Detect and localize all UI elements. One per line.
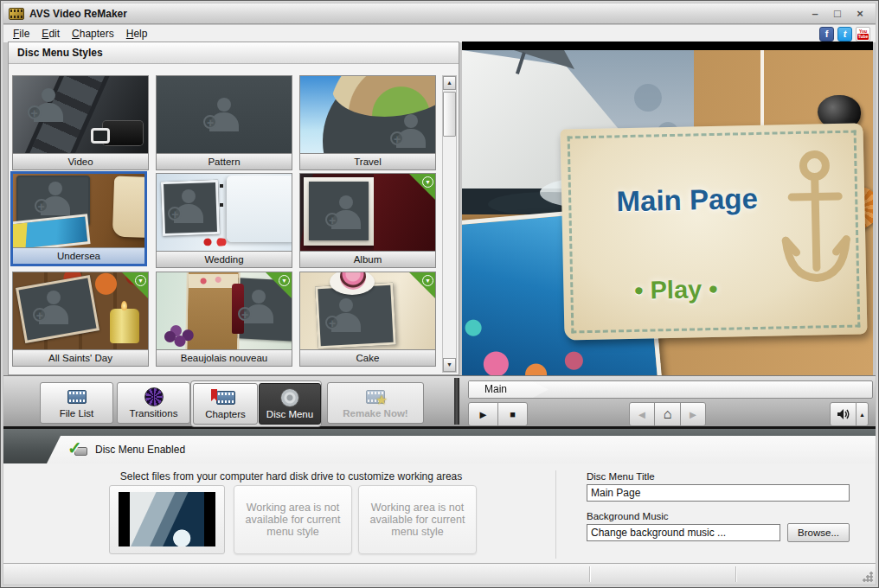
- style-label: Wedding: [157, 251, 292, 267]
- breadcrumb-bar: Main: [468, 380, 873, 399]
- style-item-pattern[interactable]: + ▼ Pattern: [156, 75, 292, 170]
- disc-menu-styles-panel: Disc Menu Styles + ▼ Video + ▼ Pattern: [8, 42, 459, 375]
- minimize-button[interactable]: –: [808, 7, 822, 21]
- style-thumbnail: + ▼: [13, 272, 148, 350]
- close-button[interactable]: ×: [853, 7, 867, 21]
- style-thumbnail: + ▼: [13, 76, 148, 154]
- menu-chapters[interactable]: Chapters: [66, 26, 120, 42]
- disc-menu-button[interactable]: Disc Menu: [259, 383, 321, 425]
- status-bar: [3, 563, 876, 585]
- download-badge: ▼: [409, 174, 435, 200]
- background-music-input[interactable]: [587, 524, 780, 541]
- style-item-undersea[interactable]: + ▼ Undersea: [10, 171, 147, 266]
- style-label: Pattern: [157, 153, 292, 169]
- home-page-button[interactable]: ⌂: [654, 402, 681, 426]
- toolbar-divider: [454, 378, 459, 425]
- download-badge: ▼: [409, 272, 435, 298]
- add-person-icon: +: [36, 180, 74, 218]
- disc-menu-icon: [279, 388, 300, 407]
- menu-card: Main Page • Play •: [560, 123, 867, 340]
- menu-bar: File Edit Chapters Help f t You Tube: [3, 25, 876, 42]
- instruction-text: Select files from your computer hard dis…: [55, 470, 527, 483]
- style-thumbnail: + ▼: [300, 174, 435, 252]
- scroll-up-icon[interactable]: ▲: [443, 76, 456, 90]
- status-divider: [589, 566, 590, 582]
- style-label: All Saints' Day: [13, 349, 148, 366]
- preview-play-item[interactable]: • Play •: [563, 273, 789, 306]
- menu-edit[interactable]: Edit: [35, 26, 66, 42]
- style-item-cake[interactable]: + ▼ Cake: [299, 272, 436, 367]
- next-page-button[interactable]: ►: [680, 402, 706, 426]
- breadcrumb-main[interactable]: Main: [469, 381, 549, 398]
- chapters-button[interactable]: Chapters: [193, 383, 258, 425]
- style-item-wedding[interactable]: + ▼ Wedding: [156, 173, 292, 268]
- download-badge: ▼: [122, 272, 148, 298]
- app-icon: [9, 8, 24, 20]
- working-area-2-unavailable: Working area is not available for curren…: [234, 485, 352, 554]
- browse-button[interactable]: Browse...: [787, 523, 850, 542]
- disc-menu-properties: Select files from your computer hard dis…: [3, 463, 876, 565]
- style-thumbnail: + ▼: [157, 272, 292, 350]
- main-toolbar: File List Transitions Chapters Disc Menu…: [3, 375, 876, 429]
- style-thumbnail: + ▼: [300, 272, 435, 350]
- scrollbar-thumb[interactable]: [443, 92, 456, 137]
- transitions-icon: [144, 387, 164, 406]
- working-area-1[interactable]: [109, 485, 225, 554]
- add-person-icon: +: [392, 112, 430, 150]
- previous-page-button[interactable]: ◄: [629, 402, 655, 426]
- twitter-icon[interactable]: t: [837, 27, 852, 42]
- menu-file[interactable]: File: [7, 26, 35, 42]
- working-area-video-thumbnail: [119, 492, 215, 546]
- anchor-icon: [777, 146, 855, 295]
- status-divider: [735, 566, 736, 582]
- style-item-travel[interactable]: + ▼ Travel: [299, 75, 436, 170]
- style-thumbnail: + ▼: [157, 174, 292, 252]
- style-label: Cake: [300, 349, 435, 366]
- add-person-icon: +: [205, 96, 243, 134]
- disc-menu-preview[interactable]: Main Page • Play •: [462, 42, 873, 375]
- style-item-album[interactable]: + ▼ Album: [299, 173, 436, 268]
- background-music-label: Background Music: [587, 511, 669, 521]
- add-person-icon: +: [327, 297, 365, 335]
- file-list-icon: [67, 387, 87, 406]
- styles-grid: + ▼ Video + ▼ Pattern + ▼ Travel: [11, 75, 441, 373]
- resize-grip[interactable]: [863, 572, 873, 582]
- volume-button[interactable]: [830, 402, 857, 426]
- add-person-icon: +: [35, 289, 73, 327]
- style-label: Album: [300, 251, 435, 267]
- style-item-all-saints-day[interactable]: + ▼ All Saints' Day: [12, 272, 149, 367]
- properties-divider: [555, 470, 556, 559]
- style-label: Beaujolais nouveau: [157, 349, 292, 366]
- add-person-icon: +: [29, 86, 67, 125]
- add-person-icon: +: [170, 188, 208, 226]
- panel-title: Disc Menu Styles: [9, 42, 459, 64]
- disc-menu-enabled-tab[interactable]: ✓ Disc Menu Enabled: [47, 436, 876, 463]
- volume-expand-button[interactable]: ▲: [856, 402, 869, 426]
- speaker-icon: [837, 408, 850, 420]
- style-item-beaujolais-nouveau[interactable]: + ▼ Beaujolais nouveau: [156, 272, 292, 367]
- transitions-button[interactable]: Transitions: [117, 382, 190, 424]
- preview-scene: Main Page • Play •: [462, 50, 873, 375]
- remake-now-button[interactable]: ★ Remake Now!: [327, 382, 424, 424]
- styles-scrollbar[interactable]: ▲ ▼: [442, 75, 457, 373]
- file-list-button[interactable]: File List: [40, 382, 113, 424]
- menu-help[interactable]: Help: [120, 26, 154, 42]
- disc-menu-title-input[interactable]: [587, 484, 850, 502]
- working-area-3-unavailable: Working area is not available for curren…: [358, 485, 477, 554]
- bottom-band: ✓ Disc Menu Enabled: [3, 429, 876, 463]
- stop-button[interactable]: ■: [497, 402, 528, 426]
- disc-menu-title-label: Disc Menu Title: [587, 471, 655, 482]
- title-bar[interactable]: AVS Video ReMaker – □ ×: [3, 3, 876, 24]
- maximize-button[interactable]: □: [831, 7, 844, 21]
- download-badge: ▼: [266, 272, 292, 298]
- scroll-down-icon[interactable]: ▼: [443, 358, 456, 372]
- style-label: Travel: [300, 153, 435, 169]
- preview-menu-title: Main Page: [561, 182, 813, 220]
- facebook-icon[interactable]: f: [819, 27, 834, 42]
- style-thumbnail: + ▼: [157, 76, 292, 154]
- play-button[interactable]: ►: [468, 402, 498, 426]
- enabled-check-icon: ✓: [69, 443, 88, 457]
- add-person-icon: +: [327, 194, 365, 232]
- style-item-video[interactable]: + ▼ Video: [12, 75, 149, 170]
- youtube-icon[interactable]: You Tube: [856, 27, 870, 42]
